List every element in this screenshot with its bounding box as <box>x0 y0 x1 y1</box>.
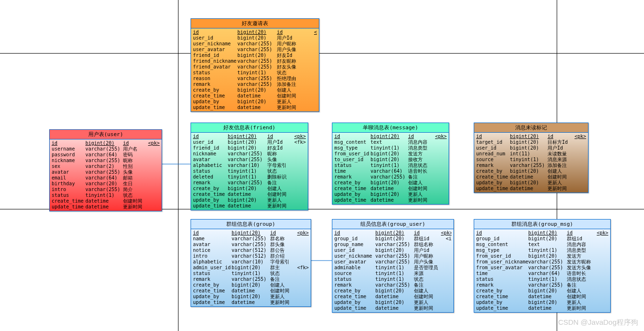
col-key <box>303 70 317 76</box>
col-desc: 发送方 <box>567 253 595 259</box>
entity-message[interactable]: 单聊消息表(message)idbigint(20)id<pk>msg_cont… <box>332 123 449 205</box>
column-row: user_idbigint(20)用户id <box>334 248 452 253</box>
col-desc: 备注 <box>567 282 595 288</box>
col-key: <pk> <box>292 134 306 139</box>
col-name: password <box>52 152 85 158</box>
col-key <box>146 169 160 175</box>
col-name: create_by <box>476 168 510 174</box>
entity-invite[interactable]: 好友邀请表idbigint(20)id<user_idbigint(20)用户I… <box>191 18 319 112</box>
col-desc: 创建时间 <box>408 186 433 192</box>
col-name: update_by <box>334 192 370 197</box>
col-name: create_time <box>193 288 232 294</box>
col-key: <pk> <box>146 140 160 146</box>
column-row: sourcetinyint(1)消息来源 <box>476 157 586 163</box>
entity-group[interactable]: 群组信息表(group)idbigint(20)id<pk>namevarcha… <box>191 219 311 307</box>
entity-group_msg[interactable]: 群组消息表(group_msg)idbigint(20)id<pk>group_… <box>474 219 611 313</box>
col-desc: 密码 <box>123 152 146 158</box>
entity-body: idbigint(20)id<user_idbigint(20)用户Iduser… <box>191 28 319 111</box>
entity-friend[interactable]: 好友信息表(friend)idbigint(20)id<pk>user_idbi… <box>191 123 308 210</box>
col-desc: id <box>548 134 573 139</box>
col-desc: 来源 <box>414 271 441 276</box>
col-name: email <box>52 175 85 181</box>
col-name: reason <box>193 76 237 82</box>
col-desc: 备注 <box>270 276 295 282</box>
col-key <box>441 305 452 311</box>
entity-unread[interactable]: 消息未读标记idbigint(20)id<pk>target_idbigint(… <box>474 123 589 193</box>
col-desc: 更新时间 <box>267 203 292 209</box>
col-key <box>292 163 306 168</box>
col-type: datetime <box>370 197 408 203</box>
col-name: remark <box>334 174 370 180</box>
col-name: user_avatar <box>334 259 375 265</box>
col-key <box>441 242 452 248</box>
col-key <box>595 265 608 271</box>
col-desc: 是否管理员 <box>414 265 441 271</box>
col-key <box>595 259 608 265</box>
col-type: bigint(20) <box>510 168 548 174</box>
col-type: bigint(20) <box>375 300 414 305</box>
col-name: status <box>334 276 375 282</box>
col-desc: 拒绝理由 <box>277 76 303 82</box>
col-desc: 更新时间 <box>408 197 433 203</box>
col-name: from_user_id <box>334 151 370 157</box>
col-name: msg_content <box>476 242 528 248</box>
col-name: source <box>476 157 510 163</box>
column-row: update_timedatetime更新时间 <box>334 305 452 311</box>
col-key <box>146 181 160 187</box>
col-desc: 创建时间 <box>277 93 303 99</box>
column-row: remarkvarchar(255)备注 <box>334 282 452 288</box>
col-desc: id <box>414 230 441 236</box>
col-type: bigint(20) <box>370 157 408 163</box>
col-desc: 更新时间 <box>548 186 573 192</box>
column-row: statustinyint(1)状态 <box>193 168 306 174</box>
col-key: <fk> <box>292 139 306 145</box>
col-type: datetime <box>375 294 414 300</box>
col-name: avatar <box>193 157 228 163</box>
col-name: from_user_nickname <box>476 259 528 265</box>
col-type: tinyint(1) <box>528 276 567 282</box>
col-type: bigint(20) <box>237 53 277 58</box>
column-row: update_bybigint(20)更新人 <box>476 300 608 305</box>
col-desc: id <box>567 230 595 236</box>
col-desc: 创建人 <box>548 168 573 174</box>
column-row: idbigint(20)id<pk> <box>334 230 452 236</box>
col-type: bigint(20) <box>232 230 270 236</box>
col-type: bigint(20) <box>370 151 408 157</box>
col-type: tinyint(1) <box>228 168 267 174</box>
col-type: bigint(20) <box>510 139 548 145</box>
col-name: birthday <box>52 181 85 187</box>
col-key <box>573 186 586 192</box>
col-key <box>295 253 309 259</box>
col-name: id <box>476 134 510 139</box>
column-row: update_timedatetime更新时间 <box>476 186 586 192</box>
column-row: remarkvarchar(255)备注 <box>334 174 447 180</box>
col-desc: 目标方Id <box>548 139 573 145</box>
col-key: <pk> <box>295 230 309 236</box>
column-row: update_timedatetime更新时间 <box>193 105 317 110</box>
col-type: tinyint(1) <box>237 70 277 76</box>
entity-body: idbigint(20)id<pk>namevarchar(255)群名称ava… <box>191 229 311 306</box>
column-row: user_avatarvarchar(255)用户头像 <box>334 259 452 265</box>
column-row: create_bybigint(20)创建人 <box>476 288 608 294</box>
col-desc: 创建人 <box>270 282 295 288</box>
col-type: varchar(255) <box>375 259 414 265</box>
col-type: bigint(20) <box>228 139 267 145</box>
column-row: update_bybigint(20)更新人 <box>334 300 452 305</box>
col-name: update_by <box>476 300 528 305</box>
column-row: timevarchar(64)语音时长 <box>334 168 447 174</box>
entity-title: 好友信息表(friend) <box>191 123 308 133</box>
col-name: id <box>476 230 528 236</box>
col-name: friend_avatar <box>193 64 237 70</box>
col-key <box>295 236 309 242</box>
col-key <box>303 105 317 110</box>
col-type: varchar(255) <box>228 157 267 163</box>
entity-group_user[interactable]: 组员信息表(group_user)idbigint(20)id<pk>group… <box>332 219 454 313</box>
col-name: group_id <box>476 236 528 242</box>
entity-user[interactable]: 用户表(user)idbigint(20)id<pk>usernamevarch… <box>49 129 162 211</box>
col-name: avatar <box>52 169 85 175</box>
entity-body: idbigint(20)id<pk>group_idbigint(20)群组id… <box>474 229 610 312</box>
col-name: alphabetic <box>193 163 228 168</box>
col-desc: 创建时间 <box>567 294 595 300</box>
column-row: remarkvarchar(255)备注 <box>193 276 309 282</box>
column-row: unread_numint(11)未读数量 <box>476 151 586 157</box>
